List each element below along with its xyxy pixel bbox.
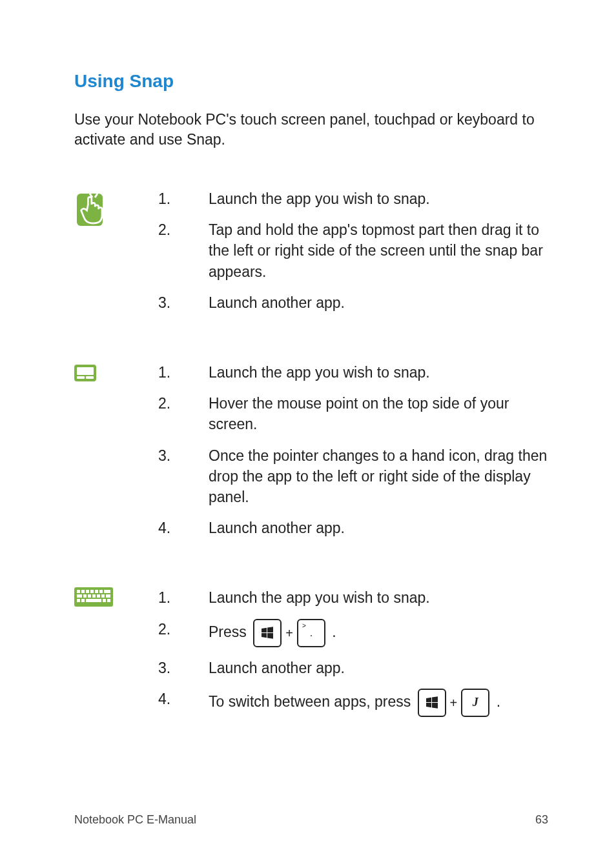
svg-marker-32 <box>426 698 431 702</box>
period-shift-label: > <box>302 621 306 631</box>
list-item: Launch the app you wish to snap. <box>158 587 548 608</box>
manual-page: Using Snap Use your Notebook PC's touch … <box>0 0 616 868</box>
list-item: Press + > . . <box>158 619 548 647</box>
list-item: Launch the app you wish to snap. <box>158 188 548 209</box>
step-prefix: To switch between apps, press <box>209 693 415 710</box>
svg-rect-12 <box>90 590 94 593</box>
svg-rect-9 <box>77 590 80 593</box>
svg-rect-7 <box>86 376 94 379</box>
svg-rect-17 <box>83 594 87 598</box>
step-prefix: Press <box>209 623 251 640</box>
svg-rect-5 <box>77 367 94 375</box>
svg-rect-25 <box>86 599 101 602</box>
svg-rect-13 <box>95 590 98 593</box>
step-text: Tap and hold the app's topmost part then… <box>209 219 548 282</box>
step-text: Once the pointer changes to a hand icon,… <box>209 445 548 508</box>
step-text: Launch the app you wish to snap. <box>209 188 548 209</box>
list-item: Launch another app. <box>158 518 548 538</box>
footer-title: Notebook PC E-Manual <box>74 813 196 827</box>
keyboard-icon <box>74 587 119 609</box>
step-text: Hover the mouse point on the top side of… <box>209 393 548 434</box>
plus-text: + <box>450 694 458 712</box>
section-heading: Using Snap <box>74 71 548 92</box>
svg-rect-14 <box>99 590 103 593</box>
svg-marker-30 <box>262 633 267 638</box>
step-text: To switch between apps, press + J . <box>209 689 548 717</box>
touchpad-icon <box>74 365 119 381</box>
page-footer: Notebook PC E-Manual 63 <box>74 813 548 827</box>
touch-steps-list: Launch the app you wish to snap. Tap and… <box>158 188 548 313</box>
list-item: Hover the mouse point on the top side of… <box>158 393 548 434</box>
key-combo: + J <box>415 689 493 717</box>
key-combo: + > . <box>251 619 328 647</box>
touchpad-steps-list: Launch the app you wish to snap. Hover t… <box>158 362 548 538</box>
svg-marker-29 <box>267 627 273 632</box>
svg-rect-21 <box>101 594 105 598</box>
svg-rect-26 <box>103 599 106 602</box>
svg-rect-20 <box>97 594 100 598</box>
svg-rect-22 <box>106 594 110 598</box>
step-text: Launch another app. <box>209 658 548 678</box>
keyboard-steps-list: Launch the app you wish to snap. Press +… <box>158 587 548 716</box>
page-number: 63 <box>535 813 548 827</box>
windows-key-icon <box>418 689 446 717</box>
list-item: Once the pointer changes to a hand icon,… <box>158 445 548 508</box>
step-text: Press + > . . <box>209 619 548 647</box>
step-text: Launch another app. <box>209 518 548 538</box>
list-item: Launch another app. <box>158 658 548 678</box>
list-item: To switch between apps, press + J . <box>158 689 548 717</box>
svg-rect-24 <box>81 599 85 602</box>
svg-marker-35 <box>432 703 438 709</box>
svg-marker-33 <box>432 696 438 702</box>
list-item: Launch another app. <box>158 292 548 313</box>
period-key-icon: > . <box>297 619 325 647</box>
touch-section: Launch the app you wish to snap. Tap and… <box>74 188 548 323</box>
svg-marker-34 <box>426 703 431 707</box>
list-item: Tap and hold the app's topmost part then… <box>158 219 548 282</box>
step-text: Launch the app you wish to snap. <box>209 587 548 608</box>
step-suffix: . <box>332 623 336 640</box>
plus-text: + <box>285 624 293 642</box>
list-item: Launch the app you wish to snap. <box>158 362 548 383</box>
period-label: . <box>310 628 313 638</box>
svg-marker-31 <box>267 633 273 639</box>
svg-rect-27 <box>107 599 110 602</box>
touchpad-section: Launch the app you wish to snap. Hover t… <box>74 362 548 549</box>
svg-rect-10 <box>81 590 85 593</box>
step-text: Launch another app. <box>209 292 548 313</box>
keyboard-section: Launch the app you wish to snap. Press +… <box>74 587 548 727</box>
step-suffix: . <box>497 693 500 710</box>
touch-screen-icon <box>74 188 119 227</box>
intro-paragraph: Use your Notebook PC's touch screen pane… <box>74 110 548 150</box>
j-key-icon: J <box>461 689 489 717</box>
svg-rect-18 <box>88 594 91 598</box>
svg-rect-15 <box>104 590 110 593</box>
svg-rect-19 <box>92 594 96 598</box>
svg-rect-6 <box>77 376 85 379</box>
windows-key-icon <box>253 619 282 647</box>
svg-rect-11 <box>86 590 89 593</box>
svg-marker-28 <box>262 627 267 632</box>
svg-rect-23 <box>77 599 80 602</box>
svg-rect-16 <box>77 594 82 598</box>
step-text: Launch the app you wish to snap. <box>209 362 548 383</box>
